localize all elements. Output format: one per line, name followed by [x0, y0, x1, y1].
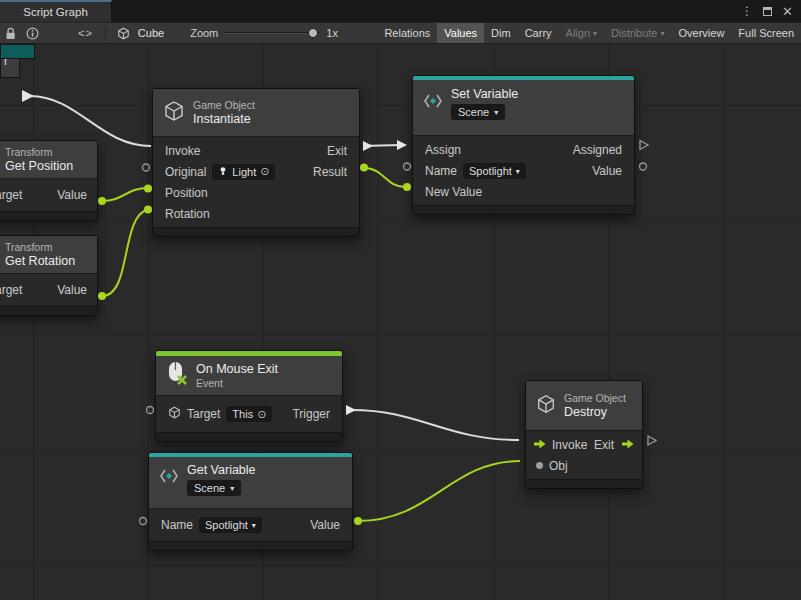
node-get-position[interactable]: Transform Get Position Target Value [0, 140, 98, 221]
exit-port-arrow[interactable] [363, 141, 373, 151]
carry-button[interactable]: Carry [518, 23, 559, 43]
port-label-exit: Exit [327, 144, 347, 158]
node-title: On Mouse Exit [196, 362, 278, 376]
assigned-output-port[interactable] [640, 141, 648, 150]
dim-button[interactable]: Dim [484, 23, 518, 43]
distribute-button[interactable]: Distribute▾ [604, 23, 671, 43]
position-input-port[interactable] [144, 185, 152, 193]
port-label-exit: Exit [594, 438, 614, 452]
variable-icon [159, 467, 179, 489]
fullscreen-button[interactable]: Full Screen [731, 23, 801, 43]
variable-scope-dropdown[interactable]: Scene ▾ [187, 480, 241, 496]
port-label-target: Target [0, 188, 22, 202]
variable-name-dropdown[interactable]: Spotlight ▾ [463, 163, 526, 179]
value-output-port[interactable] [98, 197, 106, 205]
zoom-value: 1x [326, 27, 338, 39]
result-output-port[interactable] [360, 164, 368, 172]
tab-script-graph[interactable]: Script Graph [0, 0, 112, 22]
object-picker-icon[interactable]: ⊙ [257, 408, 266, 421]
light-icon [218, 166, 228, 178]
port-label-name: Name [425, 164, 457, 178]
variable-name-dropdown[interactable]: Spotlight ▾ [199, 517, 262, 533]
cube-icon [112, 27, 135, 40]
wire-exit-to-assign[interactable] [363, 145, 400, 146]
flow-in-arrow-icon[interactable] [534, 438, 546, 452]
assign-port-arrow[interactable] [397, 140, 407, 150]
node-destroy[interactable]: Game Object Destroy Invoke Exit Obj [525, 380, 643, 489]
node-title: Get Rotation [5, 254, 75, 268]
wire-getposition-to-position[interactable] [102, 188, 148, 201]
game-object-icon [168, 406, 181, 422]
port-label-target: Target [187, 407, 220, 421]
node-get-rotation[interactable]: Transform Get Rotation Target Value [0, 235, 98, 316]
wire-trigger-to-invoke[interactable] [352, 410, 519, 440]
setvariable-name-input-port[interactable] [404, 163, 411, 170]
mouse-icon [166, 361, 188, 391]
node-title: Get Variable [187, 463, 256, 477]
newvalue-input-port[interactable] [403, 183, 411, 191]
relations-button[interactable]: Relations [377, 23, 437, 43]
original-input-port[interactable] [143, 164, 150, 171]
object-picker-icon[interactable]: ⊙ [260, 165, 269, 178]
wire-arrowhead [22, 90, 34, 102]
graph-canvas[interactable]: r Transform Get Position Target Value Tr… [0, 44, 801, 600]
zoom-slider[interactable] [224, 27, 320, 39]
zoom-slider-knob[interactable] [308, 28, 318, 38]
game-object-icon [536, 394, 556, 418]
object-port-icon[interactable] [536, 462, 543, 469]
edit-graph-icon[interactable]: <> [72, 27, 99, 39]
zoom-slider-track[interactable] [224, 32, 320, 34]
lock-icon[interactable] [0, 27, 21, 40]
object-field-light[interactable]: Light ⊙ [212, 164, 275, 180]
offscreen-variable-node-fragment[interactable] [0, 44, 35, 59]
flow-out-arrow-icon[interactable] [622, 438, 634, 452]
node-title: Get Position [5, 159, 73, 173]
port-label-value: Value [57, 188, 87, 202]
port-label-assign: Assign [425, 143, 461, 157]
wire-event-to-invoke[interactable] [30, 96, 151, 146]
trigger-port-arrow[interactable] [346, 405, 356, 415]
window-close-icon[interactable]: ✕ [782, 5, 793, 18]
variable-scope-dropdown[interactable]: Scene ▾ [451, 104, 505, 120]
node-subtitle: Event [196, 377, 278, 389]
node-on-mouse-exit[interactable]: On Mouse Exit Event Target This ⊙ Trigge… [155, 350, 343, 442]
values-button[interactable]: Values [437, 23, 484, 43]
rotation-input-port[interactable] [144, 206, 152, 214]
node-set-variable[interactable]: Set Variable Scene ▾ Assign Assigned Nam… [412, 75, 635, 215]
overview-button[interactable]: Overview [672, 23, 732, 43]
port-label-invoke: Invoke [165, 144, 200, 158]
window-maximize-icon[interactable] [763, 7, 772, 16]
node-title: Destroy [564, 405, 626, 419]
getvariable-name-input-port[interactable] [140, 518, 147, 525]
node-category: Transform [5, 146, 73, 158]
align-button[interactable]: Align▾ [559, 23, 604, 43]
setvariable-value-output-port[interactable] [640, 163, 647, 170]
port-label-new-value: New Value [425, 185, 482, 199]
info-icon[interactable] [21, 27, 44, 40]
chevron-down-icon: ▾ [230, 484, 234, 493]
port-label-position: Position [165, 186, 208, 200]
window-menu-icon[interactable]: ⋮ [741, 4, 753, 18]
wire-result-to-newvalue[interactable] [364, 168, 405, 187]
port-label-obj: Obj [549, 459, 568, 473]
node-instantiate[interactable]: Game Object Instantiate Invoke Exit Orig… [152, 88, 360, 237]
wire-getrotation-to-rotation[interactable] [102, 210, 148, 297]
value-output-port[interactable] [354, 517, 362, 525]
object-field-this[interactable]: This ⊙ [226, 406, 272, 422]
node-category: Game Object [564, 392, 626, 404]
value-output-port[interactable] [98, 292, 106, 300]
node-category: Game Object [193, 99, 255, 111]
node-title: Set Variable [451, 87, 518, 101]
node-get-variable[interactable]: Get Variable Scene ▾ Name Spotlight ▾ Va… [148, 452, 353, 551]
mouseexit-target-input-port[interactable] [147, 407, 154, 414]
destroy-exit-output-port[interactable] [648, 436, 656, 445]
chevron-down-icon: ▾ [661, 29, 665, 38]
chevron-down-icon: ▾ [252, 521, 256, 530]
port-label-original: Original [165, 165, 206, 179]
wire-getvariable-to-obj[interactable] [358, 461, 520, 521]
game-object-icon [163, 100, 185, 126]
port-label-rotation: Rotation [165, 207, 210, 221]
chevron-down-icon: ▾ [516, 167, 520, 176]
wires-overlay [0, 44, 801, 600]
graph-object-name: Cube [138, 27, 164, 39]
